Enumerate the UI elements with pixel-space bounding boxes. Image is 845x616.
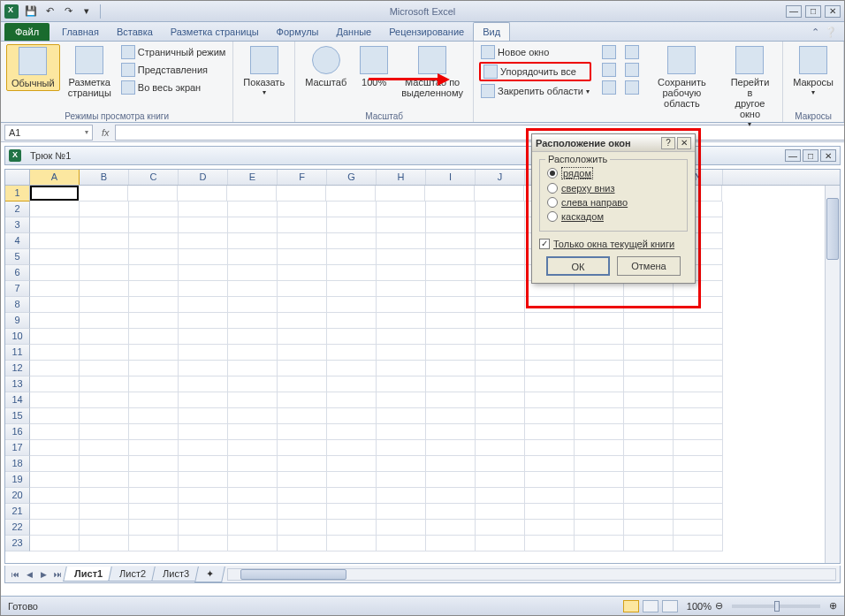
cell[interactable] bbox=[30, 488, 80, 504]
cell[interactable] bbox=[426, 329, 476, 345]
cell[interactable] bbox=[575, 520, 624, 536]
cell[interactable] bbox=[326, 186, 376, 202]
cell[interactable] bbox=[674, 345, 723, 361]
cell[interactable] bbox=[525, 329, 575, 345]
cell[interactable] bbox=[377, 265, 426, 281]
undo-icon[interactable]: ↶ bbox=[42, 4, 57, 19]
prev-sheet-button[interactable]: ◀ bbox=[23, 568, 35, 581]
cell[interactable] bbox=[327, 536, 377, 551]
cell[interactable] bbox=[476, 297, 525, 313]
cell[interactable] bbox=[327, 392, 377, 408]
cell[interactable] bbox=[228, 536, 278, 551]
cell[interactable] bbox=[674, 440, 723, 456]
cell[interactable] bbox=[30, 297, 80, 313]
column-header[interactable]: B bbox=[80, 170, 129, 185]
column-header[interactable]: D bbox=[179, 170, 228, 185]
row-header[interactable]: 7 bbox=[5, 281, 30, 297]
column-header[interactable]: F bbox=[278, 170, 327, 185]
cell[interactable] bbox=[30, 424, 80, 440]
cell[interactable] bbox=[80, 202, 129, 217]
cell[interactable] bbox=[278, 488, 327, 504]
cell[interactable] bbox=[80, 424, 129, 440]
cell[interactable] bbox=[228, 408, 278, 424]
checkbox-active-workbook[interactable]: ✓Только окна текущей книги bbox=[539, 237, 688, 251]
cell[interactable] bbox=[228, 265, 278, 281]
cell[interactable] bbox=[426, 392, 476, 408]
next-sheet-button[interactable]: ▶ bbox=[37, 568, 49, 581]
cell[interactable] bbox=[129, 202, 179, 217]
cell[interactable] bbox=[327, 249, 377, 265]
cell[interactable] bbox=[426, 345, 476, 361]
cell[interactable] bbox=[674, 520, 723, 536]
cell[interactable] bbox=[30, 504, 80, 520]
cell[interactable] bbox=[575, 313, 624, 329]
radio-horizontal[interactable]: сверху вниз bbox=[547, 181, 680, 195]
new-sheet-button[interactable]: ✦ bbox=[194, 567, 225, 582]
cell[interactable] bbox=[179, 392, 228, 408]
cell[interactable] bbox=[377, 329, 426, 345]
cell[interactable] bbox=[575, 472, 624, 488]
cell[interactable] bbox=[426, 217, 476, 233]
cell[interactable] bbox=[426, 202, 476, 217]
row-header[interactable]: 8 bbox=[5, 297, 30, 313]
cell[interactable] bbox=[327, 345, 377, 361]
cell[interactable] bbox=[80, 456, 129, 472]
cell[interactable] bbox=[179, 217, 228, 233]
hscroll-thumb[interactable] bbox=[240, 569, 346, 580]
cell[interactable] bbox=[624, 376, 674, 392]
cell[interactable] bbox=[179, 520, 228, 536]
cell[interactable] bbox=[228, 345, 278, 361]
cell[interactable] bbox=[278, 249, 327, 265]
zoom-selection-button[interactable]: Масштаб по выделенному bbox=[397, 44, 468, 100]
cell[interactable] bbox=[426, 233, 476, 249]
zoom-button[interactable]: Масштаб bbox=[301, 44, 351, 89]
cell[interactable] bbox=[575, 424, 624, 440]
cell[interactable] bbox=[327, 202, 377, 217]
sync-scroll-button[interactable] bbox=[623, 62, 641, 78]
cell[interactable] bbox=[278, 408, 327, 424]
row-header[interactable]: 2 bbox=[5, 202, 30, 217]
cell[interactable] bbox=[278, 424, 327, 440]
cell[interactable] bbox=[80, 472, 129, 488]
tab-data[interactable]: Данные bbox=[327, 23, 380, 41]
cell[interactable] bbox=[624, 408, 674, 424]
cell[interactable] bbox=[129, 472, 179, 488]
cell[interactable] bbox=[278, 536, 327, 551]
horizontal-scrollbar[interactable] bbox=[227, 568, 836, 581]
cell[interactable] bbox=[525, 408, 575, 424]
cell[interactable] bbox=[30, 249, 80, 265]
cell[interactable] bbox=[228, 424, 278, 440]
dialog-help-button[interactable]: ? bbox=[661, 137, 675, 149]
cell[interactable] bbox=[377, 424, 426, 440]
cell[interactable] bbox=[129, 440, 179, 456]
cell[interactable] bbox=[179, 249, 228, 265]
cell[interactable] bbox=[80, 249, 129, 265]
name-box[interactable]: A1▾ bbox=[4, 125, 93, 141]
cell[interactable] bbox=[129, 520, 179, 536]
cell[interactable] bbox=[278, 281, 327, 297]
cell[interactable] bbox=[228, 217, 278, 233]
cell[interactable] bbox=[377, 376, 426, 392]
zoom-out-button[interactable]: ⊖ bbox=[715, 600, 723, 612]
cell[interactable] bbox=[30, 217, 80, 233]
cell[interactable] bbox=[30, 440, 80, 456]
custom-views-button[interactable]: Представления bbox=[119, 62, 228, 78]
cell[interactable] bbox=[278, 297, 327, 313]
row-header[interactable]: 21 bbox=[5, 504, 30, 520]
cell[interactable] bbox=[179, 456, 228, 472]
wb-close-button[interactable]: ✕ bbox=[820, 149, 836, 162]
cell[interactable] bbox=[129, 281, 179, 297]
cell[interactable] bbox=[129, 488, 179, 504]
view-page-layout-button[interactable]: Разметка страницы bbox=[64, 44, 116, 100]
cell[interactable] bbox=[129, 536, 179, 551]
cell[interactable] bbox=[179, 424, 228, 440]
cell[interactable] bbox=[327, 520, 377, 536]
cell[interactable] bbox=[377, 281, 426, 297]
macros-button[interactable]: Макросы▾ bbox=[788, 44, 838, 100]
cell[interactable] bbox=[377, 456, 426, 472]
cell[interactable] bbox=[377, 440, 426, 456]
row-header[interactable]: 3 bbox=[5, 217, 30, 233]
cell[interactable] bbox=[80, 265, 129, 281]
cell[interactable] bbox=[80, 392, 129, 408]
cell[interactable] bbox=[377, 361, 426, 376]
